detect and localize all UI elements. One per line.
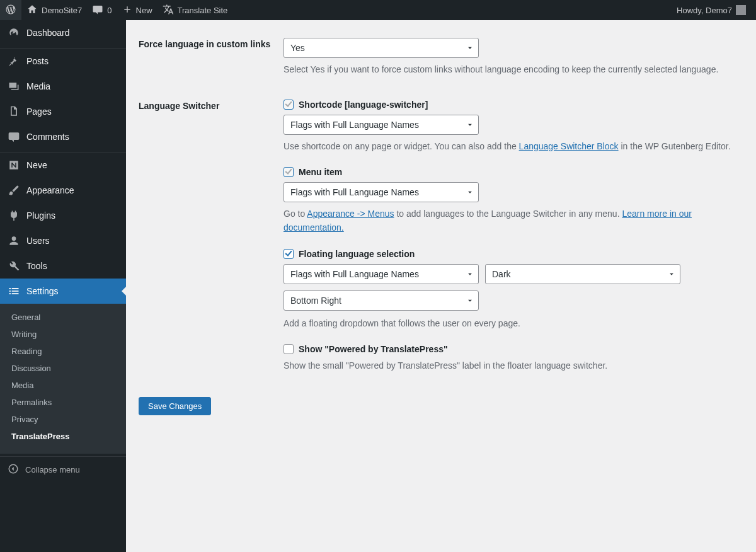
menu-label: Neve	[26, 160, 47, 170]
submenu-reading[interactable]: Reading	[0, 343, 126, 360]
floating-checkbox[interactable]	[284, 249, 294, 259]
new-content-link[interactable]: New	[117, 0, 158, 20]
menu-item-select[interactable]: Flags with Full Language Names	[284, 182, 479, 202]
menu-label: Comments	[26, 132, 69, 142]
menu-media[interactable]: Media	[0, 74, 126, 99]
comment-icon	[92, 4, 103, 17]
submenu-writing[interactable]: Writing	[0, 326, 126, 343]
switcher-block-link[interactable]: Language Switcher Block	[519, 141, 619, 151]
settings-icon	[8, 285, 20, 297]
menu-label: Settings	[26, 286, 59, 296]
floating-desc: Add a floating dropdown that follows the…	[284, 317, 737, 331]
shortcode-label: Shortcode [language-switcher]	[299, 100, 428, 110]
menu-users[interactable]: Users	[0, 228, 126, 253]
menu-item-checkbox[interactable]	[284, 167, 294, 177]
shortcode-desc: Use shortcode on any page or widget. You…	[284, 140, 737, 154]
appearance-menus-link[interactable]: Appearance -> Menus	[307, 209, 394, 219]
floating-label: Floating language selection	[299, 249, 415, 259]
menu-plugins[interactable]: Plugins	[0, 203, 126, 228]
shortcode-block: Shortcode [language-switcher] Flags with…	[284, 100, 737, 154]
menu-label: Pages	[26, 106, 52, 117]
submenu-media[interactable]: Media	[0, 377, 126, 394]
comments-icon	[8, 130, 20, 143]
settings-submenu: General Writing Reading Discussion Media…	[0, 304, 126, 434]
force-language-select[interactable]: Yes	[284, 38, 479, 58]
menu-tools[interactable]: Tools	[0, 253, 126, 279]
translate-site-link[interactable]: Translate Site	[158, 0, 233, 20]
howdy-link[interactable]: Howdy, Demo7	[672, 0, 751, 20]
neve-icon	[8, 159, 20, 171]
menu-settings[interactable]: Settings	[0, 279, 126, 304]
floating-theme-select[interactable]: Dark	[485, 264, 680, 284]
powered-label: Show "Powered by TranslatePress"	[299, 344, 448, 354]
wp-logo[interactable]	[0, 0, 21, 20]
floating-position-select[interactable]: Bottom Right	[284, 290, 479, 311]
floating-block: Floating language selection Flags with F…	[284, 249, 737, 331]
menu-posts[interactable]: Posts	[0, 49, 126, 74]
powered-desc: Show the small "Powered by TranslatePres…	[284, 359, 737, 373]
menu-item-label: Menu item	[299, 167, 342, 177]
submenu-translatepress[interactable]: TranslatePress	[0, 428, 126, 434]
comments-count: 0	[107, 6, 112, 15]
pages-icon	[8, 105, 20, 118]
menu-label: Users	[26, 236, 50, 246]
site-name-text: DemoSite7	[42, 6, 82, 15]
save-changes-button[interactable]: Save Changes	[139, 397, 211, 415]
translate-label: Translate Site	[178, 6, 228, 15]
wordpress-icon	[5, 4, 16, 17]
menu-appearance[interactable]: Appearance	[0, 178, 126, 203]
tools-icon	[8, 260, 20, 272]
menu-comments[interactable]: Comments	[0, 124, 126, 149]
language-switcher-section: Language Switcher Shortcode [language-sw…	[139, 88, 743, 388]
admin-sidebar: Dashboard Posts Media Pages Comments Nev…	[0, 20, 126, 434]
comments-link[interactable]: 0	[87, 0, 117, 20]
admin-bar: DemoSite7 0 New Translate Site Howdy, De…	[0, 0, 756, 20]
submenu-general[interactable]: General	[0, 309, 126, 326]
menu-item-desc: Go to Appearance -> Menus to add languag…	[284, 207, 737, 234]
submenu-discussion[interactable]: Discussion	[0, 360, 126, 377]
avatar-icon	[736, 5, 746, 15]
media-icon	[8, 80, 20, 93]
shortcode-select[interactable]: Flags with Full Language Names	[284, 115, 479, 135]
plus-icon	[122, 4, 132, 16]
submenu-privacy[interactable]: Privacy	[0, 411, 126, 428]
submenu-permalinks[interactable]: Permalinks	[0, 394, 126, 411]
users-icon	[8, 234, 20, 247]
menu-item-block: Menu item Flags with Full Language Names…	[284, 167, 737, 234]
settings-form: Force language in custom links Yes Selec…	[139, 26, 743, 388]
force-language-desc: Select Yes if you want to force custom l…	[284, 63, 737, 77]
menu-label: Appearance	[26, 185, 74, 195]
menu-label: Posts	[26, 56, 49, 66]
powered-block: Show "Powered by TranslatePress" Show th…	[284, 344, 737, 373]
page-content: Force language in custom links Yes Selec…	[126, 20, 756, 434]
floating-style-select[interactable]: Flags with Full Language Names	[284, 264, 479, 284]
menu-dashboard[interactable]: Dashboard	[0, 20, 126, 45]
site-name-link[interactable]: DemoSite7	[21, 0, 87, 20]
translate-icon	[163, 4, 174, 17]
shortcode-checkbox[interactable]	[284, 100, 294, 110]
appearance-icon	[8, 184, 20, 197]
menu-label: Media	[26, 81, 50, 91]
powered-checkbox[interactable]	[284, 344, 294, 354]
new-label: New	[136, 6, 152, 15]
menu-label: Plugins	[26, 210, 55, 221]
menu-label: Dashboard	[26, 28, 70, 38]
howdy-text: Howdy, Demo7	[677, 6, 732, 15]
menu-label: Tools	[26, 261, 47, 271]
menu-neve[interactable]: Neve	[0, 152, 126, 178]
plugins-icon	[8, 209, 20, 222]
force-language-label: Force language in custom links	[139, 26, 277, 88]
menu-pages[interactable]: Pages	[0, 99, 126, 124]
home-icon	[26, 4, 38, 17]
dashboard-icon	[8, 26, 20, 39]
pushpin-icon	[8, 55, 20, 67]
language-switcher-label: Language Switcher	[139, 88, 277, 388]
